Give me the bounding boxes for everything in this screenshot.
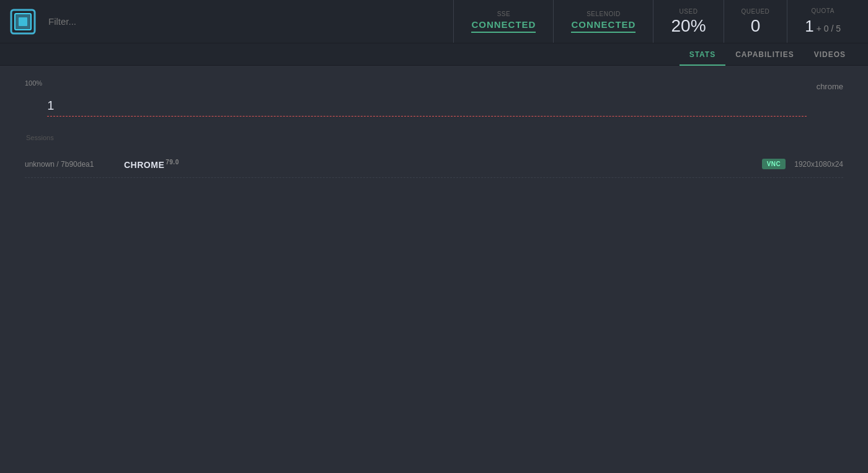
queued-stat-group: QUEUED 0 [724, 0, 787, 43]
vnc-badge[interactable]: VNC [762, 159, 786, 169]
app-header: SSE CONNECTED SELENOID CONNECTED USED 20… [0, 0, 868, 43]
tab-videos[interactable]: VIDEOS [804, 43, 856, 66]
chart-bar-value: 1 [47, 99, 807, 113]
session-id: unknown / 7b90dea1 [25, 160, 124, 169]
used-stat-group: USED 20% [653, 0, 723, 43]
sse-underline [471, 32, 536, 33]
session-resolution: 1920x1080x24 [794, 160, 843, 169]
quota-value: 1 + 0 / 5 [805, 17, 841, 36]
tabs-bar: STATS CAPABILITIES VIDEOS [0, 43, 868, 66]
logo-area [10, 9, 172, 35]
used-suffix: % [691, 16, 706, 35]
chart-bar-line [47, 116, 807, 117]
queued-value: 0 [751, 17, 761, 35]
app-logo-icon [10, 9, 36, 35]
used-label: USED [680, 8, 698, 15]
sessions-label: Sessions [26, 134, 843, 141]
header-stats: SSE CONNECTED SELENOID CONNECTED USED 20… [453, 0, 858, 43]
selenoid-status: CONNECTED [571, 20, 636, 29]
chart-label: chrome [817, 78, 843, 91]
svg-rect-3 [19, 17, 27, 26]
table-row: unknown / 7b90dea1 CHROME79.0 VNC 1920x1… [25, 151, 843, 178]
quota-label: QUOTA [812, 7, 835, 14]
tab-capabilities[interactable]: CAPABILITIES [725, 43, 804, 66]
quota-stat-group: QUOTA 1 + 0 / 5 [787, 0, 858, 43]
selenoid-underline [571, 32, 636, 33]
sse-stat-group: SSE CONNECTED [453, 0, 553, 43]
filter-input[interactable] [48, 16, 172, 27]
used-value: 20% [671, 17, 706, 35]
main-content: 100% 1 chrome Sessions unknown / 7b90dea… [0, 66, 868, 473]
chart-container: 100% 1 chrome [25, 78, 843, 115]
sse-status: CONNECTED [471, 20, 536, 29]
selenoid-stat-group: SELENOID CONNECTED [553, 0, 653, 43]
queued-label: QUEUED [742, 8, 770, 15]
chart-percent: 100% [25, 78, 42, 87]
sse-label: SSE [497, 11, 511, 17]
selenoid-label: SELENOID [587, 11, 621, 17]
session-version: 79.0 [166, 159, 179, 166]
chart-bar-area: 1 [47, 99, 807, 115]
session-browser: CHROME79.0 [124, 159, 186, 170]
tab-stats[interactable]: STATS [680, 43, 726, 66]
